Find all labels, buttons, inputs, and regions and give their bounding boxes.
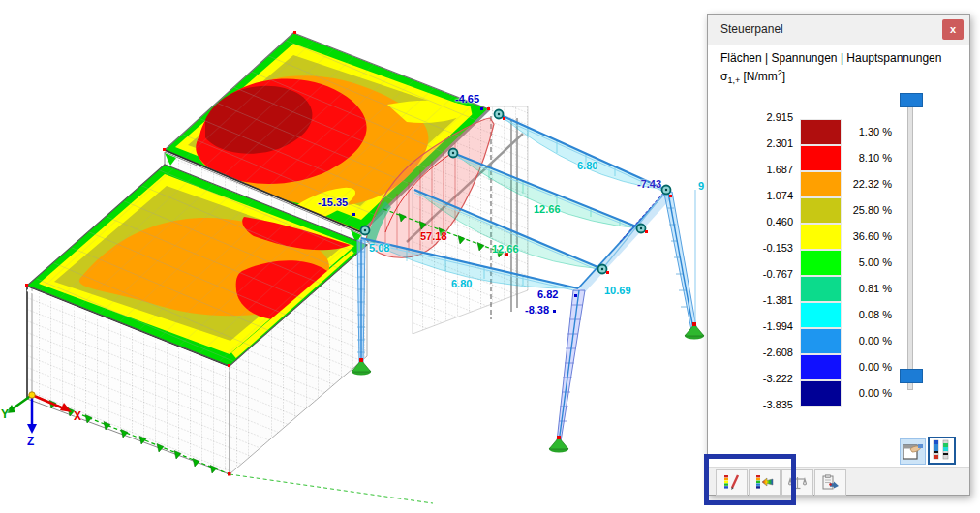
annotation-highlight-rect [704,454,796,505]
column-b [557,290,585,442]
column-a [357,240,365,364]
legend-value: 2.301 [708,137,793,149]
legend-percent: 0.00 % [795,380,892,407]
result-label: 12.66 [534,203,561,215]
result-label: -7.43 [637,178,661,190]
legend-value: -2.608 [708,347,793,358]
legend-percent: 8.10 % [795,145,892,171]
close-button[interactable]: x [942,19,964,40]
assign-results-icon [821,474,840,491]
legend-value: -3.835 [708,399,793,410]
result-label: 6.82 [537,288,558,300]
result-label: 57.18 [420,230,447,242]
legend-percent: 0.00 % [795,328,892,354]
panel-settings-icon [901,439,925,464]
result-label: 6.80 [577,160,597,171]
legend-value: -0.767 [708,268,793,280]
color-legend: 2.915 2.301 1.687 1.074 0.460 -0.153 -0.… [708,106,969,396]
legend-value: 1.687 [708,164,793,175]
color-scales-button[interactable] [928,437,956,465]
result-label: 9 [698,180,704,192]
legend-percent: 0.00 % [795,354,892,380]
legend-percent: 1.30 % [795,119,892,145]
result-label: -15.35 [318,196,348,208]
result-label: 12.66 [492,243,519,255]
legend-percent: 5.00 % [795,250,892,276]
legend-percent: 25.80 % [795,197,892,224]
legend-value: -1.381 [708,294,793,306]
axis-z-label: Z [27,435,34,448]
column-c [664,190,696,330]
app-window: -4.65 -15.35 5.08 57.18 12.66 12.66 6.80… [0,0,980,513]
legend-percent: 36.60 % [795,224,892,250]
legend-range-handle-max[interactable] [900,93,923,107]
result-label: 6.80 [451,278,472,289]
brace-b5 [578,190,673,292]
panel-settings-button[interactable] [900,438,926,465]
legend-value: 1.074 [708,190,793,201]
legend-percent: 0.08 % [795,302,892,328]
legend-value: -1.994 [708,320,793,332]
result-label: 5.08 [369,242,389,254]
legend-value: 0.460 [708,216,793,227]
steuerpanel: Steuerpanel x Flächen | Spannungen | Hau… [707,14,970,496]
result-label: -8.38 [525,304,549,316]
panel-header[interactable]: Steuerpanel x [708,15,969,45]
result-label: 10.69 [604,285,631,296]
axis-y-label: Y [1,407,9,421]
legend-value: -3.222 [708,373,793,384]
tab-assign-results[interactable] [814,469,846,496]
axis-x-label: X [74,409,81,423]
color-scales-icon [930,438,952,461]
result-type-caption: Flächen | Spannungen | Hauptspannungen σ… [720,51,941,88]
result-label: -4.65 [455,93,479,105]
legend-value: 2.915 [708,111,793,123]
legend-value: -0.153 [708,242,793,254]
panel-title: Steuerpanel [720,22,783,36]
legend-range-track[interactable] [907,98,913,390]
legend-range-handle-min[interactable] [900,369,923,383]
support-cones [352,322,704,453]
legend-percent: 0.81 % [795,276,892,302]
legend-percent: 22.32 % [795,171,892,197]
